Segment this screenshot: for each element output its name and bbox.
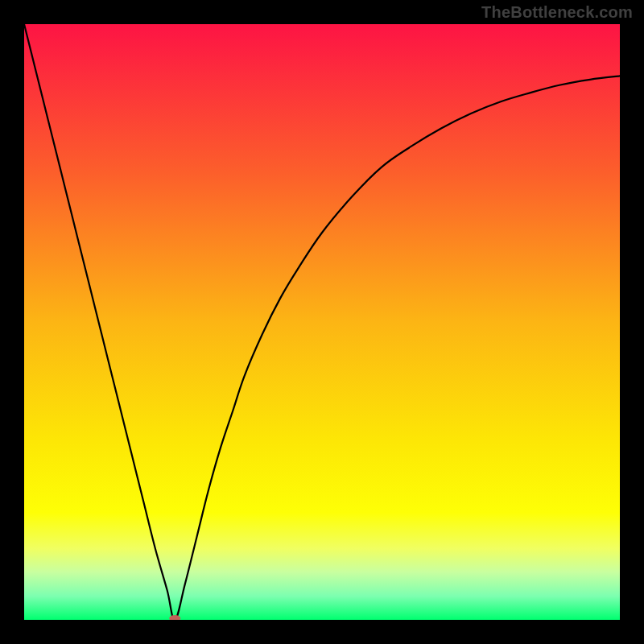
minimum-marker <box>169 615 180 620</box>
chart-frame: TheBottleneck.com <box>0 0 644 644</box>
curve-layer <box>24 24 620 620</box>
plot-area <box>24 24 620 620</box>
bottleneck-curve <box>24 24 620 620</box>
watermark-text: TheBottleneck.com <box>481 3 633 22</box>
